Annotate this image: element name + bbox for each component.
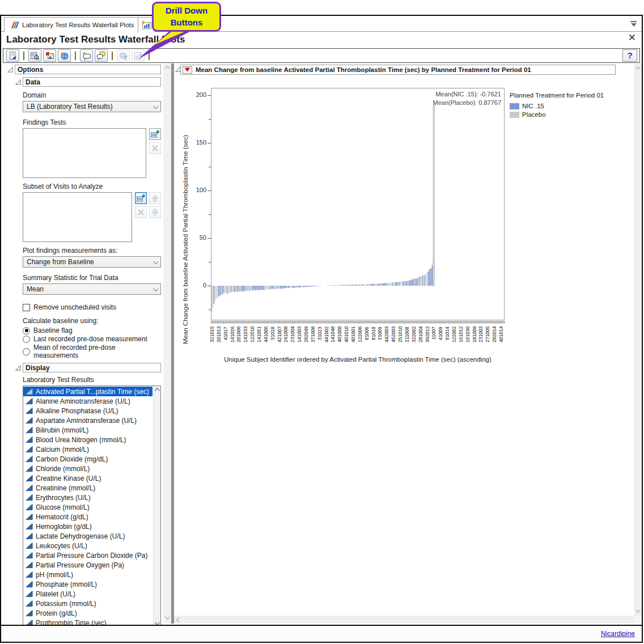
- collapse-options-icon[interactable]: [7, 66, 14, 73]
- plot-as-select[interactable]: Change from Baseline: [23, 256, 161, 268]
- legend-entry-placebo[interactable]: Placebo: [510, 111, 604, 118]
- display-section-header[interactable]: Display: [23, 363, 161, 372]
- waterfall-bars-canvas[interactable]: [211, 88, 504, 320]
- list-item[interactable]: Chloride (mmol/L): [23, 464, 152, 473]
- test-triangle-icon: [26, 571, 33, 578]
- list-item[interactable]: Activated Partial T...plastin Time (sec): [23, 387, 152, 396]
- list-item[interactable]: Aspartate Aminotransferase (U/L): [23, 416, 152, 425]
- y-tick-mark: [207, 95, 211, 96]
- x-tick-label: 161012: [459, 327, 465, 355]
- list-item[interactable]: Lactate Dehydrogenase (U/L): [23, 531, 152, 541]
- y-tick-mark: [209, 119, 211, 120]
- chevron-down-icon: [153, 259, 158, 264]
- chart-panel: Mean Change from baseline Activated Part…: [174, 63, 642, 624]
- x-axis-labels: 3210152010134101714102620100614103312201…: [210, 327, 506, 355]
- lab-results-label: Laboratory Test Results: [23, 376, 161, 384]
- y-tick-mark: [209, 214, 211, 215]
- x-tick-label: 281004: [418, 327, 425, 355]
- list-item[interactable]: Hematocrit (g/dL): [23, 512, 152, 522]
- test-triangle-icon: [26, 542, 33, 549]
- options-header[interactable]: Options: [15, 65, 161, 74]
- radio-last-predose[interactable]: [23, 336, 30, 343]
- toolbar-separator: [112, 52, 113, 60]
- chart-title: Mean Change from baseline Activated Part…: [196, 66, 531, 73]
- lab-tests-list[interactable]: Activated Partial T...plastin Time (sec)…: [23, 385, 161, 629]
- tab-waterfall-plots[interactable]: Laboratory Test Results Waterfall Plots: [4, 17, 140, 32]
- x-tick-label: 371008: [311, 327, 317, 355]
- tab-list-caret-icon[interactable]: [630, 21, 637, 27]
- list-item[interactable]: Carbon Dioxide (mg/dL): [23, 454, 152, 464]
- y-axis-label: Mean Change from baseline Activated Part…: [182, 98, 189, 381]
- test-triangle-icon: [26, 465, 33, 472]
- legend-entry-nic[interactable]: NIC .15: [510, 103, 604, 109]
- findings-tests-label: Findings Tests: [23, 118, 161, 126]
- delete-x-icon: [137, 209, 145, 216]
- view-notes-icon[interactable]: [95, 49, 108, 62]
- domain-select[interactable]: LB (Laboratory Test Results): [23, 101, 161, 112]
- list-item[interactable]: Protein (g/dL): [23, 608, 152, 618]
- list-item[interactable]: Creatine Kinase (U/L): [23, 473, 152, 483]
- list-item[interactable]: Phosphate (mmol/L): [23, 579, 152, 589]
- radio-baseline-flag[interactable]: [23, 327, 30, 334]
- save-picture-icon[interactable]: [43, 49, 56, 62]
- legend-label-placebo: Placebo: [522, 111, 546, 118]
- new-note-icon[interactable]: [80, 49, 93, 62]
- drill-down-callout: Drill Down Buttons: [152, 2, 221, 32]
- y-tick-mark: [209, 167, 211, 167]
- publish-to-web-icon[interactable]: [58, 49, 71, 62]
- list-item[interactable]: Platelet (U/L): [23, 589, 152, 599]
- test-triangle-icon: [26, 552, 33, 559]
- summary-stat-value: Mean: [27, 285, 44, 293]
- sidebar-scrollbar[interactable]: [163, 63, 171, 624]
- list-item[interactable]: Leukocytes (U/L): [23, 541, 152, 550]
- list-item[interactable]: Partial Pressure Carbon Dioxide (Pa): [23, 550, 152, 560]
- add-tests-button[interactable]: [149, 128, 161, 140]
- close-icon[interactable]: ✕: [628, 33, 636, 43]
- chevron-down-icon: [153, 104, 158, 109]
- collapse-display-icon[interactable]: [15, 365, 22, 371]
- data-section-header[interactable]: Data: [23, 77, 161, 87]
- subset-visits-listbox[interactable]: [23, 192, 132, 242]
- list-item[interactable]: Bilirubin (mmol/L): [23, 425, 152, 435]
- radio-mean-predose[interactable]: [23, 348, 30, 355]
- list-item[interactable]: Alkaline Phosphatase (U/L): [23, 406, 152, 416]
- y-tick-label: 0: [190, 282, 206, 289]
- chart-vertical-scrollbar[interactable]: [634, 63, 642, 616]
- journal-stripes-icon: [10, 21, 19, 29]
- list-item[interactable]: Erythrocytes (U/L): [23, 493, 152, 502]
- list-item[interactable]: Potassium (mmol/L): [23, 599, 152, 608]
- list-item[interactable]: Creatinine (mmol/L): [23, 483, 152, 493]
- help-icon[interactable]: ?: [622, 49, 637, 62]
- chevron-down-icon: [153, 286, 158, 291]
- red-triangle-menu-icon[interactable]: [183, 66, 192, 74]
- test-triangle-icon: [26, 388, 33, 395]
- list-item[interactable]: Glucose (mmol/L): [23, 502, 152, 512]
- chart-horizontal-scrollbar[interactable]: [174, 616, 634, 624]
- summary-stat-select[interactable]: Mean: [23, 283, 161, 295]
- list-item[interactable]: Calcium (mmol/L): [23, 444, 152, 454]
- plot-area[interactable]: [211, 88, 505, 320]
- test-triangle-icon: [26, 397, 33, 405]
- list-item[interactable]: Blood Urea Nitrogen (mmol/L): [23, 435, 152, 444]
- test-triangle-icon: [26, 600, 33, 607]
- collapse-data-icon[interactable]: [15, 79, 22, 86]
- list-scrollbar[interactable]: [153, 386, 160, 629]
- add-visits-button[interactable]: [135, 192, 147, 204]
- findings-tests-listbox[interactable]: [23, 128, 146, 178]
- list-item[interactable]: Partial Pressure Oxygen (Pa): [23, 560, 152, 570]
- study-link[interactable]: Nicardipine: [601, 630, 635, 638]
- legend-swatch-nic: [510, 103, 519, 109]
- list-item[interactable]: pH (mmol/L): [23, 570, 152, 579]
- list-item[interactable]: Hemoglobin (g/dL): [23, 522, 152, 531]
- remove-visits-button: [135, 206, 147, 218]
- remove-unscheduled-checkbox[interactable]: [23, 304, 30, 311]
- tab-label: Laboratory Test Results Waterfall Plots: [22, 22, 134, 28]
- list-item[interactable]: Alanine Aminotransferase (U/L): [23, 396, 152, 406]
- test-triangle-icon: [26, 494, 33, 501]
- x-tick-label: 211008: [405, 327, 412, 355]
- open-data-table-icon[interactable]: [28, 49, 41, 62]
- create-report-icon[interactable]: [6, 49, 19, 62]
- test-triangle-icon: [26, 407, 33, 414]
- test-triangle-icon: [26, 503, 33, 511]
- x-tick-label: 401014: [499, 327, 506, 355]
